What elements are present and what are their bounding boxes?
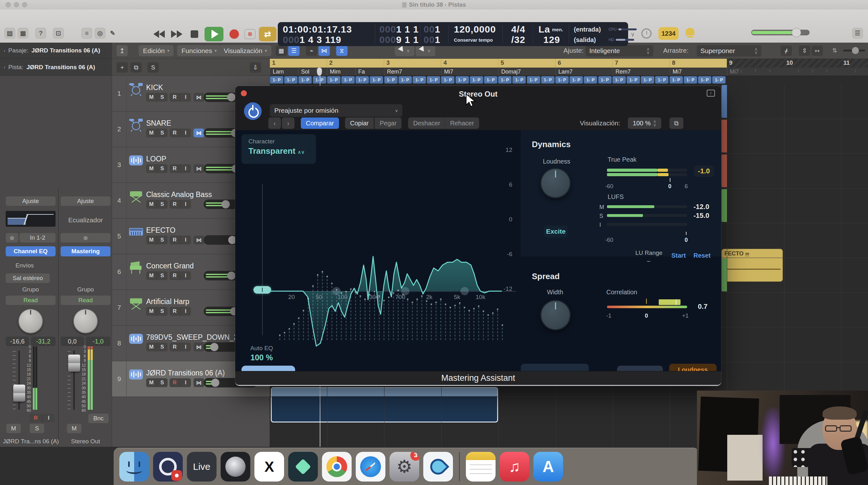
list-view-toggle-icon[interactable]: ☰ bbox=[288, 46, 300, 56]
mute-button[interactable]: M bbox=[146, 93, 157, 102]
bar-number[interactable]: 6 bbox=[556, 59, 613, 67]
chord-label[interactable]: Lam bbox=[270, 67, 298, 76]
input-monitor-button[interactable]: I bbox=[180, 342, 191, 352]
mixer-icon[interactable]: ≡ bbox=[82, 28, 92, 38]
bar-number[interactable]: 2 bbox=[327, 59, 384, 67]
input-slot[interactable]: In 1-2 bbox=[20, 233, 56, 243]
width-knob[interactable] bbox=[540, 300, 571, 330]
plugin-slot-channel-eq[interactable]: Channel EQ bbox=[6, 246, 56, 256]
efecto-region[interactable]: FECTO ∞ bbox=[721, 249, 783, 282]
input-monitor-button[interactable]: I bbox=[180, 271, 191, 280]
channel-setting-button[interactable]: Ajuste bbox=[6, 196, 56, 206]
automation-mode-out[interactable]: Read bbox=[61, 296, 111, 305]
marker-track[interactable]: 1- P1- P1- P1- P1- P1- P1- P1- P1- P1- P… bbox=[270, 76, 868, 84]
paste-button[interactable]: Pegar bbox=[374, 118, 402, 129]
chord-label[interactable]: Domaj7 bbox=[498, 67, 556, 76]
menu-edicion[interactable]: Edición▾ bbox=[138, 45, 174, 56]
marker-cell[interactable]: 1- P bbox=[626, 76, 640, 84]
marker-cell[interactable]: 1- P bbox=[270, 76, 283, 84]
marker-cell[interactable]: 1- P bbox=[684, 76, 697, 84]
mute-button[interactable]: M bbox=[146, 128, 157, 138]
flex-icon[interactable]: ⋈ bbox=[193, 164, 204, 173]
marker-cell[interactable]: 1- P bbox=[327, 76, 341, 84]
marker-cell[interactable]: 1- P bbox=[655, 76, 669, 84]
marker-cell[interactable]: 1- P bbox=[384, 76, 398, 84]
solo-button[interactable]: S bbox=[157, 164, 167, 173]
quick-help-icon[interactable]: ? bbox=[35, 28, 46, 38]
marker-cell[interactable]: 1- P bbox=[441, 76, 455, 84]
cmd-click-tool[interactable]: ∨ bbox=[416, 45, 435, 56]
flex-icon[interactable]: ⋈ bbox=[193, 128, 204, 138]
stop-button[interactable] bbox=[187, 27, 202, 41]
record-enable-button[interactable]: R bbox=[169, 164, 180, 173]
nudge-up-icon[interactable]: ↥ bbox=[117, 45, 128, 56]
loudness-knob[interactable] bbox=[540, 168, 571, 198]
dock-settings-icon[interactable]: ⚙3 bbox=[390, 452, 419, 482]
preset-dropdown[interactable]: Preajuste por omisión∨ bbox=[270, 104, 402, 117]
track-inspector-header[interactable]: ›Pista:JØRD Transitions 06 (A) bbox=[0, 59, 112, 76]
grid-view-icon[interactable]: ▦ bbox=[276, 46, 287, 56]
drag-dropdown[interactable]: Superponer∧∨ bbox=[696, 45, 761, 57]
flex-icon[interactable]: ⋈ bbox=[193, 93, 204, 102]
plugin-header[interactable]: Stereo Out ↑ Preajuste por omisión∨ ‹ › … bbox=[235, 86, 721, 130]
eq-thumbnail[interactable] bbox=[6, 211, 56, 227]
zoom-slider[interactable] bbox=[843, 50, 865, 52]
plugin-power-button[interactable] bbox=[244, 102, 262, 120]
input-monitor-button[interactable]: I bbox=[180, 93, 191, 102]
smart-controls-icon[interactable]: ◎ bbox=[95, 28, 105, 38]
solo-button[interactable]: S bbox=[157, 93, 167, 102]
marker-cell[interactable]: 1- P bbox=[284, 76, 298, 84]
marker-cell[interactable]: 1- P bbox=[698, 76, 711, 84]
marker-cell[interactable]: 1- P bbox=[370, 76, 383, 84]
marker-cell[interactable]: 1- P bbox=[341, 76, 355, 84]
solo-button[interactable]: S bbox=[157, 271, 167, 280]
region-sliver[interactable] bbox=[721, 154, 727, 187]
play-button[interactable] bbox=[205, 27, 223, 41]
bar-number[interactable]: 3 bbox=[384, 59, 441, 67]
marker-cell[interactable]: 1- P bbox=[612, 76, 626, 84]
marker-cell[interactable]: 1- P bbox=[527, 76, 540, 84]
next-preset-button[interactable]: › bbox=[282, 118, 294, 129]
pan-value-out[interactable]: -1,0 bbox=[86, 337, 111, 346]
mute-button-out[interactable]: M bbox=[67, 424, 82, 433]
record-enable-button[interactable]: R bbox=[169, 128, 180, 138]
flex-icon[interactable]: ⋈ bbox=[193, 236, 204, 244]
bar-ruler[interactable]: 1234567891011 bbox=[270, 59, 868, 67]
eq-band-handle[interactable] bbox=[401, 287, 409, 295]
vertical-zoom-icon[interactable]: ⇳ bbox=[799, 46, 810, 56]
forward-button[interactable] bbox=[169, 27, 184, 41]
solo-button[interactable]: S bbox=[157, 378, 167, 387]
mute-button[interactable]: M bbox=[6, 424, 21, 433]
snap-dropdown[interactable]: Inteligente∧∨ bbox=[586, 45, 653, 57]
group-slot-out[interactable]: Grupo bbox=[61, 286, 111, 293]
output-format-stereo-icon[interactable]: ◎ bbox=[61, 233, 111, 243]
chord-label[interactable]: Mim bbox=[327, 67, 355, 76]
dock-safari-icon[interactable] bbox=[356, 452, 385, 482]
eq-band-handle[interactable] bbox=[332, 287, 341, 295]
list-view-icon[interactable]: ☰ bbox=[852, 28, 863, 38]
record-enable-button[interactable]: R bbox=[169, 307, 180, 316]
chord-label[interactable]: Rem7 bbox=[384, 67, 441, 76]
marker-cell[interactable]: 1- P bbox=[670, 76, 683, 84]
selected-region[interactable] bbox=[271, 387, 498, 423]
record-enable-button[interactable]: R bbox=[169, 271, 180, 280]
bar-number[interactable]: 7 bbox=[613, 59, 670, 67]
pan-knob-out[interactable] bbox=[73, 309, 98, 333]
group-slot[interactable]: Grupo bbox=[6, 286, 56, 293]
cycle-button[interactable]: ⇄ bbox=[259, 27, 277, 41]
input-monitor-button[interactable]: I bbox=[180, 128, 191, 138]
dock-obs-icon[interactable] bbox=[153, 452, 183, 482]
bar-number[interactable]: 1 bbox=[270, 59, 327, 67]
solo-button[interactable]: S bbox=[157, 128, 167, 138]
solo-button[interactable]: S bbox=[157, 200, 167, 209]
record-enable-button[interactable]: R bbox=[169, 236, 180, 244]
lcd-display[interactable]: 01:00:01:17.13 0001 4 3 119 0001 1 1 000… bbox=[278, 22, 628, 46]
chord-label[interactable]: Sol bbox=[298, 67, 327, 76]
region-sliver[interactable] bbox=[721, 189, 727, 222]
record-enable-button[interactable]: R bbox=[169, 93, 180, 102]
flex-icon[interactable]: ⋈ bbox=[193, 342, 204, 352]
marker-cell[interactable]: 1- P bbox=[641, 76, 654, 84]
horizontal-zoom-icon[interactable]: ⇿ bbox=[811, 46, 823, 56]
eq-slot-label[interactable]: Ecualizador bbox=[61, 216, 111, 224]
eq-band-handle[interactable] bbox=[461, 287, 469, 295]
